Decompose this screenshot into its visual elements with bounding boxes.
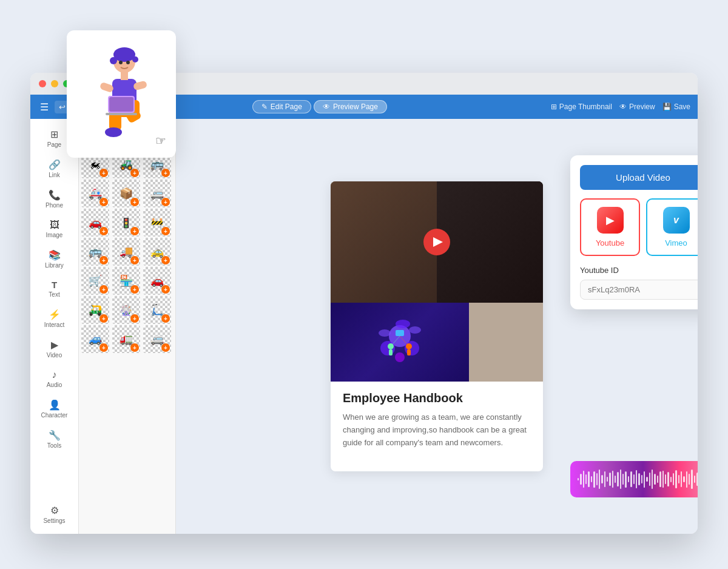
hamburger-icon[interactable]: ☰	[38, 99, 51, 115]
sidebar-label-phone: Phone	[46, 202, 63, 209]
sidebar-item-link[interactable]: 🔗 Link	[30, 154, 78, 183]
waveform	[578, 468, 698, 490]
youtube-id-section: Youtube ID	[580, 266, 698, 300]
add-badge[interactable]	[130, 198, 139, 206]
svg-point-29	[119, 61, 123, 64]
second-image-left	[331, 303, 469, 382]
youtube-icon	[597, 207, 624, 234]
add-badge[interactable]	[130, 285, 139, 294]
add-badge[interactable]	[99, 343, 108, 352]
svg-point-17	[132, 56, 138, 62]
library-item[interactable]: 🚐	[143, 325, 171, 353]
library-item[interactable]: 🚐	[143, 180, 171, 207]
sidebar: ⊞ Page 🔗 Link 📞 Phone 🖼 Image 📚 Library …	[30, 119, 79, 534]
sidebar-item-text[interactable]: T Text	[30, 275, 78, 303]
play-button[interactable]	[423, 229, 450, 255]
library-item[interactable]: 🛺	[81, 296, 109, 324]
add-badge[interactable]	[161, 343, 170, 352]
add-badge[interactable]	[161, 314, 170, 323]
library-item[interactable]: 🚑	[81, 180, 109, 207]
sidebar-item-character[interactable]: 👤 Character	[30, 394, 78, 423]
library-item[interactable]: 🛒	[81, 267, 109, 295]
add-badge[interactable]	[130, 169, 139, 177]
save-btn[interactable]: 💾 Save	[662, 103, 690, 111]
cursor-hand-icon: ☞	[155, 133, 166, 148]
svg-point-23	[105, 127, 122, 137]
library-item[interactable]: 🚌	[81, 238, 109, 266]
thumbnail-icon: ⊞	[551, 103, 557, 111]
sidebar-item-settings[interactable]: ⚙ Settings	[30, 500, 78, 529]
sidebar-item-phone[interactable]: 📞 Phone	[30, 184, 78, 214]
youtube-id-label: Youtube ID	[580, 266, 698, 275]
add-badge[interactable]	[99, 256, 108, 264]
youtube-id-input[interactable]	[580, 280, 698, 300]
library-item[interactable]: 🏪	[112, 267, 140, 295]
library-item[interactable]: 🚗	[81, 209, 109, 237]
svg-point-10	[409, 326, 421, 334]
sidebar-label-library: Library	[45, 262, 64, 269]
library-item[interactable]: 🛴	[143, 296, 171, 324]
page-card-content: Employee Handbook When we are growing as…	[331, 382, 543, 459]
add-badge[interactable]	[161, 256, 170, 264]
video-thumbnail[interactable]	[331, 181, 543, 303]
page-icon: ⊞	[50, 129, 58, 140]
library-item[interactable]: 🚗	[143, 267, 171, 295]
sidebar-item-tools[interactable]: 🔧 Tools	[30, 425, 78, 454]
phone-icon: 📞	[49, 189, 61, 201]
add-badge[interactable]	[161, 285, 170, 294]
sidebar-item-library[interactable]: 📚 Library	[30, 244, 78, 274]
library-item[interactable]: 🚙	[81, 325, 109, 353]
sidebar-label-settings: Settings	[43, 517, 65, 524]
preview-btn[interactable]: 👁 Preview	[619, 103, 655, 111]
add-badge[interactable]	[161, 227, 170, 235]
preview-page-tab[interactable]: 👁 Preview Page	[314, 100, 387, 113]
sidebar-label-video: Video	[47, 352, 62, 359]
svg-point-11	[396, 320, 410, 328]
sidebar-item-interact[interactable]: ⚡ Interact	[30, 304, 78, 333]
add-badge[interactable]	[130, 256, 139, 264]
character-illustration	[79, 42, 164, 146]
add-badge[interactable]	[99, 285, 108, 294]
add-badge[interactable]	[130, 314, 139, 323]
library-item[interactable]: 📦	[112, 180, 140, 207]
library-item[interactable]: 🚧	[143, 209, 171, 237]
page-card-title: Employee Handbook	[343, 391, 531, 405]
eye-icon: 👁	[619, 103, 627, 111]
text-icon: T	[52, 280, 57, 290]
upload-video-button[interactable]: Upload Video	[580, 165, 698, 190]
add-badge[interactable]	[99, 198, 108, 206]
page-thumbnail-btn[interactable]: ⊞ Page Thumbnail	[551, 103, 612, 111]
add-badge[interactable]	[99, 227, 108, 235]
edit-page-tab[interactable]: ✎ Edit Page	[252, 100, 311, 113]
add-badge[interactable]	[130, 343, 139, 352]
svg-rect-5	[389, 349, 393, 355]
close-dot[interactable]	[39, 80, 46, 87]
sidebar-item-image[interactable]: 🖼 Image	[30, 215, 78, 243]
add-badge[interactable]	[99, 314, 108, 323]
sidebar-label-interact: Interact	[44, 322, 64, 328]
sidebar-item-audio[interactable]: ♪ Audio	[30, 365, 78, 393]
sidebar-label-image: Image	[46, 232, 63, 238]
library-item[interactable]: 🚕	[143, 238, 171, 266]
vimeo-option[interactable]: v Vimeo	[646, 198, 698, 256]
library-item[interactable]: 🚦	[112, 209, 140, 237]
canvas-area: Employee Handbook When we are growing as…	[176, 119, 698, 534]
preview-label: Preview	[629, 103, 655, 111]
add-badge[interactable]	[99, 169, 108, 177]
add-badge[interactable]	[161, 198, 170, 206]
vimeo-icon: v	[663, 207, 690, 234]
library-item[interactable]: 🚛	[112, 325, 140, 353]
video-upload-panel: Upload Video Youtube v Vimeo Youtube ID	[570, 155, 698, 309]
youtube-option[interactable]: Youtube	[580, 198, 640, 256]
add-badge[interactable]	[130, 227, 139, 235]
sidebar-label-audio: Audio	[47, 382, 62, 388]
sidebar-item-video[interactable]: ▶ Video	[30, 334, 78, 363]
audio-waveform-panel[interactable]	[570, 461, 698, 497]
add-badge[interactable]	[161, 169, 170, 177]
svg-rect-7	[407, 349, 411, 355]
library-item[interactable]: 🎡	[112, 296, 140, 324]
content-area: ⊞ Page 🔗 Link 📞 Phone 🖼 Image 📚 Library …	[30, 119, 698, 534]
library-item[interactable]: 🚚	[112, 238, 140, 266]
minimize-dot[interactable]	[51, 80, 58, 87]
svg-point-3	[395, 352, 405, 362]
